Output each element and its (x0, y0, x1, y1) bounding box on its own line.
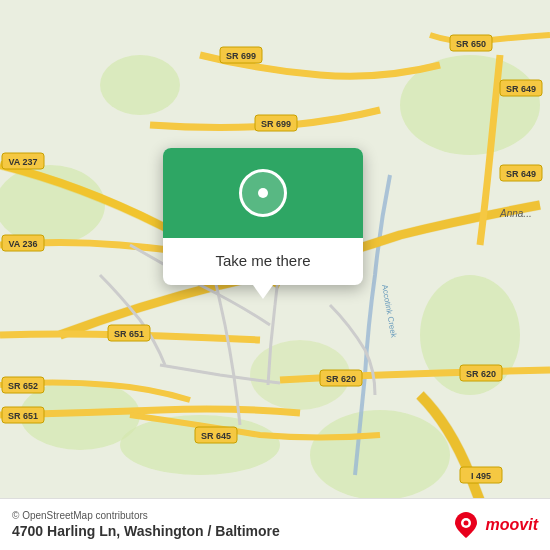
svg-text:VA 237: VA 237 (8, 157, 37, 167)
popup-bottom: Take me there (163, 238, 363, 285)
svg-text:Anna...: Anna... (499, 208, 532, 219)
pin-dot (258, 188, 268, 198)
svg-text:SR 651: SR 651 (8, 411, 38, 421)
address-info: © OpenStreetMap contributors 4700 Harlin… (12, 510, 280, 539)
svg-text:SR 649: SR 649 (506, 169, 536, 179)
take-me-there-button[interactable]: Take me there (215, 248, 310, 273)
svg-text:SR 699: SR 699 (226, 51, 256, 61)
location-pin-icon (239, 169, 287, 217)
svg-point-3 (310, 410, 450, 500)
svg-text:I 495: I 495 (471, 471, 491, 481)
svg-text:SR 650: SR 650 (456, 39, 486, 49)
svg-text:SR 652: SR 652 (8, 381, 38, 391)
svg-text:SR 699: SR 699 (261, 119, 291, 129)
svg-text:SR 620: SR 620 (466, 369, 496, 379)
svg-text:VA 236: VA 236 (8, 239, 37, 249)
popup-green-header (163, 148, 363, 238)
moovit-text: moovit (486, 516, 538, 534)
svg-text:SR 645: SR 645 (201, 431, 231, 441)
svg-point-7 (100, 55, 180, 115)
moovit-logo[interactable]: moovit (450, 509, 538, 541)
pin-circle (239, 169, 287, 217)
osm-attribution: © OpenStreetMap contributors (12, 510, 280, 521)
moovit-pin-icon (451, 510, 481, 540)
svg-text:SR 649: SR 649 (506, 84, 536, 94)
svg-text:SR 620: SR 620 (326, 374, 356, 384)
svg-point-40 (463, 520, 468, 525)
map-container: SR 699 SR 699 SR 650 SR 649 SR 649 VA 23… (0, 0, 550, 550)
bottom-bar: © OpenStreetMap contributors 4700 Harlin… (0, 498, 550, 550)
address-line: 4700 Harling Ln, Washington / Baltimore (12, 523, 280, 539)
popup-card: Take me there (163, 148, 363, 285)
svg-text:SR 651: SR 651 (114, 329, 144, 339)
